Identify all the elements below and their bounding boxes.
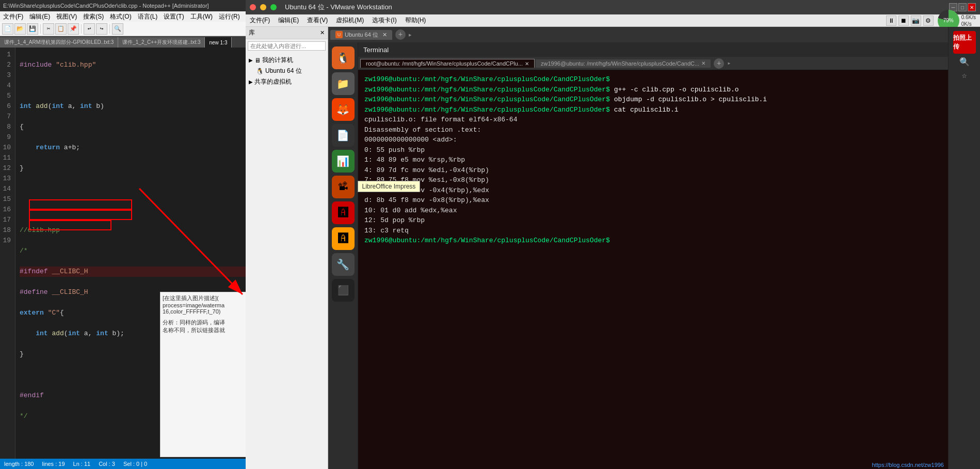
ubuntu-tab-close-icon[interactable]: ✕ (382, 32, 387, 38)
terminal-output[interactable]: zw1996@ubuntu:/mnt/hgfs/WinShare/cpluspl… (358, 70, 948, 469)
vmware-outer: Ubuntu 64 位 - VMware Workstation ─ □ ✕ 文… (246, 0, 980, 469)
menu-format[interactable]: 格式(O) (107, 12, 134, 22)
ubuntu-launcher-libreoffice[interactable]: 🅰 (332, 201, 355, 224)
tree-computer-label: 我的计算机 (262, 56, 293, 65)
vmware-content: 库 ✕ ▶ 🖥 我的计算机 🐧 Ubuntu 64 位 ▶ 共享的虚拟机 (246, 27, 980, 469)
terminal-tab-root[interactable]: root@ubuntu: /mnt/hgfs/WinShare/cplusplu… (360, 59, 535, 68)
menu-settings[interactable]: 设置(T) (160, 12, 187, 22)
vmware-titlebar: Ubuntu 64 位 - VMware Workstation ─ □ ✕ (246, 0, 980, 14)
tab-file2[interactable]: 课件_1_2_C++开发环境搭建..txt:3 (118, 37, 205, 48)
tree-my-computer[interactable]: ▶ 🖥 我的计算机 (248, 55, 326, 66)
tree-expand-icon: ▶ (249, 57, 253, 63)
vmware-dot-green (270, 4, 277, 10)
watermark-line2: process=image/waterma (163, 302, 245, 308)
vmware-menu-file[interactable]: 文件(F) (246, 16, 274, 25)
menu-edit[interactable]: 编辑(E) (26, 12, 53, 22)
ubuntu-launcher-terminal[interactable]: ⬛ (332, 279, 355, 302)
library-search-input[interactable] (248, 41, 326, 51)
toolbar-new[interactable]: 📄 (2, 23, 13, 35)
terminal-new-tab-button[interactable]: + (714, 58, 724, 69)
toolbar-find[interactable]: 🔍 (112, 23, 123, 35)
ubuntu-tab-icon: U (335, 31, 343, 38)
watermark-panel: [在这里插入图片描述]( process=image/waterma 16,co… (160, 292, 248, 457)
toolbar-cut[interactable]: ✂ (43, 23, 54, 35)
vmware-menu-tab[interactable]: 选项卡(I) (368, 16, 400, 25)
ubuntu-launcher-spreadsheet[interactable]: 📊 (332, 150, 355, 173)
terminal-tabs-bar: root@ubuntu: /mnt/hgfs/WinShare/cplusplu… (358, 57, 948, 70)
ubuntu-tabbar: U Ubuntu 64 位 ✕ + ▸ (328, 27, 948, 42)
ubuntu-launcher-files[interactable]: 📁 (332, 72, 355, 95)
highlight-box-define (29, 210, 132, 220)
terminal-title: Terminal (363, 46, 389, 54)
vmware-tb-stop[interactable]: ⏹ (898, 15, 909, 26)
status-col: Col : 3 (99, 461, 115, 467)
ubuntu-launcher-impress[interactable]: 📽 LibreOffice Impress (332, 176, 355, 198)
csdn-search-icon[interactable]: 🔍 (953, 57, 976, 67)
toolbar-undo[interactable]: ↩ (84, 23, 95, 35)
ubuntu-launcher-settings2[interactable]: 🔧 (332, 253, 355, 276)
terminal-line-15: 7: 89 75 f8 mov %esi,-0x8(%rbp) (364, 175, 942, 185)
status-sel: Sel : 0 | 0 (123, 461, 147, 467)
library-close-icon[interactable]: ✕ (320, 29, 325, 36)
ubuntu-tab-arrow[interactable]: ▸ (409, 32, 412, 38)
csdn-upload-btn[interactable]: 拍照上传 (953, 31, 976, 54)
terminal-line-9: Disassembly of section .text: (364, 125, 942, 135)
vmware-dot-yellow (260, 4, 266, 10)
menu-view[interactable]: 视图(V) (53, 12, 80, 22)
notepad-title: E:\WinShare\cplusplusCode\CandCPlusOder\… (3, 3, 209, 9)
vmware-library-panel: 库 ✕ ▶ 🖥 我的计算机 🐧 Ubuntu 64 位 ▶ 共享的虚拟机 (246, 27, 328, 469)
csdn-star-icon[interactable]: ☆ (953, 70, 976, 81)
toolbar-redo[interactable]: ↪ (96, 23, 107, 35)
menu-file[interactable]: 文件(F) (0, 12, 26, 22)
terminal-line-19: 12: 5d pop %rbp (364, 215, 942, 226)
highlight-box-ifndef (29, 199, 132, 210)
vmware-dot-red (250, 4, 256, 10)
terminal-tab-arrow[interactable]: ▸ (727, 59, 731, 67)
vmware-menu-vm[interactable]: 虚拟机(M) (332, 16, 368, 25)
toolbar-save[interactable]: 💾 (27, 23, 38, 35)
tree-ubuntu[interactable]: 🐧 Ubuntu 64 位 (248, 66, 326, 76)
terminal-tab-zw[interactable]: zw1996@ubuntu: /mnt/hgfs/WinShare/cplusp… (536, 59, 711, 68)
toolbar-copy[interactable]: 📋 (55, 23, 67, 35)
menu-search[interactable]: 搜索(S) (80, 12, 107, 22)
ubuntu-launcher-files2[interactable]: 📄 (332, 124, 355, 147)
vmware-menubar: 文件(F) 编辑(E) 查看(V) 虚拟机(M) 选项卡(I) 帮助(H) ⏸ … (246, 14, 980, 27)
tab-file1[interactable]: 课件_1_4_ARM理机第四部分-GPIO和LED..txt:3 (0, 37, 118, 48)
ubuntu-launcher-ubuntu[interactable]: 🐧 (332, 46, 355, 69)
toolbar-open[interactable]: 📂 (14, 23, 26, 35)
menu-run[interactable]: 运行(R) (216, 12, 243, 22)
watermark-line5: 分析：同样的源码，编译 (163, 319, 245, 326)
tree-shared-vms[interactable]: ▶ 共享的虚拟机 (248, 76, 326, 87)
vmware-tb-snap[interactable]: 📷 (911, 15, 921, 26)
ubuntu-tab-active[interactable]: U Ubuntu 64 位 ✕ (330, 30, 392, 40)
vmware-menu-help[interactable]: 帮助(H) (401, 16, 430, 25)
vmware-menu-view[interactable]: 查看(V) (303, 16, 332, 25)
vmware-menu-edit[interactable]: 编辑(E) (274, 16, 303, 25)
csdn-sidebar: 拍照上传 🔍 ☆ (948, 27, 980, 469)
terminal-line-6: cpulisclib.o: file format elf64-x86-64 (364, 115, 942, 125)
toolbar-paste[interactable]: 📌 (68, 23, 79, 35)
terminal-line-20: 13: c3 retq (364, 226, 942, 236)
ubuntu-new-tab-button[interactable]: + (395, 29, 406, 40)
ubuntu-launcher-firefox[interactable]: 🦊 (332, 98, 355, 121)
tree-ubuntu-label: Ubuntu 64 位 (265, 67, 302, 75)
menu-tools[interactable]: 工具(W) (187, 12, 216, 22)
tree-shared-label: 共享的虚拟机 (254, 77, 292, 86)
vmware-progress-text: 79% (943, 18, 954, 23)
terminal-line-4: zw1996@ubuntu:/mnt/hgfs/WinShare/cpluspl… (364, 105, 942, 115)
terminal-titlebar: Terminal (358, 42, 948, 57)
tab-file3[interactable]: new 1:3 (205, 37, 232, 48)
terminal-tab-root-close[interactable]: ✕ (525, 61, 529, 67)
vmware-tb-settings[interactable]: ⚙ (923, 15, 934, 26)
csdn-url[interactable]: https://blog.csdn.net/zw1996 (872, 462, 944, 468)
toolbar-divider2 (81, 24, 82, 34)
ubuntu-content: 🐧 📁 🦊 📄 📊 📽 LibreOffice Impress 🅰 🅰 � (328, 42, 948, 469)
terminal-area: Terminal root@ubuntu: /mnt/hgfs/WinShare… (358, 42, 948, 469)
menu-language[interactable]: 语言(L) (135, 12, 161, 22)
terminal-line-18: 10: 01 d0 add %edx,%eax (364, 206, 942, 216)
ubuntu-launcher-amazon[interactable]: 🅰 (332, 227, 355, 250)
terminal-tab-zw-close[interactable]: ✕ (701, 60, 705, 66)
vmware-tb-pause[interactable]: ⏸ (886, 15, 896, 26)
toolbar-divider3 (109, 24, 110, 34)
terminal-line-1: zw1996@ubuntu:/mnt/hgfs/WinShare/cpluspl… (364, 74, 942, 85)
